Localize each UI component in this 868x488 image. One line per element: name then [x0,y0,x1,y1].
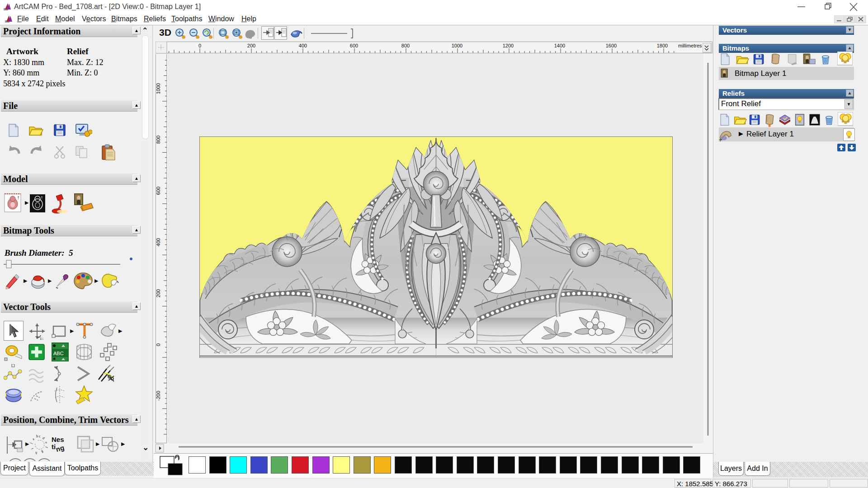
svg-text:1600: 1600 [606,43,617,48]
svg-text:1400: 1400 [554,43,565,48]
svg-text:400: 400 [156,238,161,246]
svg-text:†: † [17,196,19,200]
svg-text:1000: 1000 [452,43,462,48]
svg-text:Nes: Nes [52,436,64,443]
svg-text:1↓: 1↓ [40,337,43,341]
svg-text:1800: 1800 [657,43,668,48]
svg-text:+: + [719,137,722,143]
svg-text:i: i [30,447,34,450]
svg-text:a: a [31,437,35,441]
svg-text:600: 600 [156,187,161,195]
svg-text:200: 200 [156,289,161,297]
svg-text:ng: ng [55,444,65,453]
svg-text:ABC: ABC [53,351,64,356]
svg-text:200: 200 [247,43,255,48]
svg-text:0: 0 [198,43,201,48]
svg-text:800: 800 [401,43,410,48]
svg-text:j: j [29,442,33,445]
svg-text:1200: 1200 [503,43,514,48]
svg-text:0: 0 [156,343,161,346]
svg-text:-200: -200 [156,391,161,401]
svg-text:400: 400 [299,43,307,48]
svg-text:e: e [44,441,49,444]
svg-text:600: 600 [350,43,358,48]
svg-text:millimetres: millimetres [678,43,702,48]
svg-text:†: † [41,196,43,200]
svg-text:b c: b c [36,434,41,438]
svg-text:d: d [42,436,45,441]
svg-text:f: f [44,446,48,449]
svg-text:h: h [35,451,38,455]
svg-text:800: 800 [156,136,161,144]
svg-text:g: g [41,450,44,455]
svg-text:1000: 1000 [156,83,161,94]
